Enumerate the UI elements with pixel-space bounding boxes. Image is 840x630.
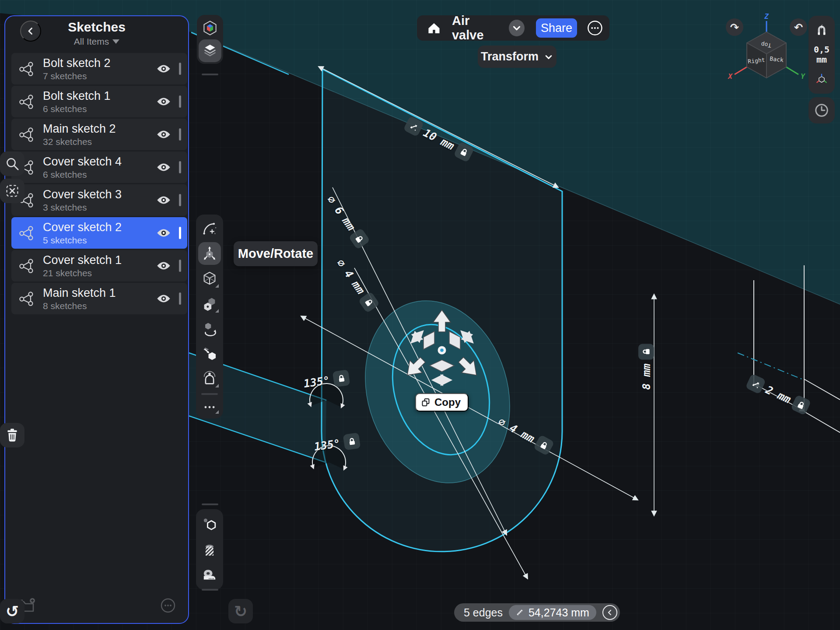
dimension-value[interactable]: 8 mm	[640, 363, 653, 390]
measurement-pill[interactable]: 54,2743 mm	[509, 605, 596, 620]
chevron-down-icon	[544, 52, 553, 62]
lock-icon[interactable]	[343, 433, 361, 451]
more-menu-icon[interactable]	[587, 19, 603, 37]
lock-icon[interactable]	[638, 344, 654, 359]
sketch-item-count: 5 sketches	[43, 235, 148, 246]
drag-handle[interactable]	[179, 128, 181, 141]
move-rotate-icon	[201, 245, 218, 262]
revolve-tool-button[interactable]	[198, 317, 221, 340]
move-rotate-tool-button[interactable]	[198, 242, 221, 265]
divider	[202, 589, 218, 591]
transform-dropdown[interactable]: Transform	[478, 46, 556, 68]
dimension-value[interactable]: 135°	[313, 437, 341, 453]
document-title[interactable]: Air valve	[452, 14, 502, 42]
visibility-eye-icon[interactable]	[156, 96, 171, 107]
sketch-item-label: Cover sketch 3	[43, 188, 148, 201]
collapse-status-button[interactable]	[602, 605, 617, 620]
divider	[202, 74, 218, 75]
visibility-eye-icon[interactable]	[156, 195, 171, 205]
visibility-eye-icon[interactable]	[156, 129, 171, 140]
sketch-item-label: Bolt sketch 1	[43, 89, 148, 103]
deselect-button[interactable]	[0, 179, 24, 203]
sketch-item-label: Cover sketch 2	[43, 221, 148, 234]
history-button[interactable]	[808, 97, 835, 123]
copy-button[interactable]: Copy	[415, 393, 469, 412]
wireframe-cube-icon	[201, 270, 218, 287]
sketch-list-item[interactable]: Main sketch 2 32 sketches	[11, 119, 187, 150]
sketch-item-count: 3 sketches	[43, 202, 148, 213]
measure-button[interactable]	[199, 564, 220, 586]
appearance-hexagon-icon	[201, 516, 218, 532]
visibility-eye-icon[interactable]	[156, 228, 171, 238]
document-toolbar: Air valve Share	[417, 15, 609, 41]
drag-handle[interactable]	[179, 194, 181, 206]
shapr3d-logo-icon	[202, 20, 218, 36]
app-menu-group	[197, 15, 223, 64]
drag-handle[interactable]	[179, 63, 181, 75]
app-window: 10 mm ⌀ 6 mm ⌀ 4 mm ⌀ 4 mm 8 mm 2 mm 135…	[0, 0, 840, 630]
share-label: Share	[541, 21, 572, 35]
view-cube[interactable]: ↷ ↶ Z X Y Top Right Back	[720, 12, 822, 89]
sketch-list-item[interactable]: Bolt sketch 1 6 sketches	[11, 86, 187, 117]
chevron-left-icon	[606, 608, 614, 617]
sketch-item-label: Bolt sketch 2	[43, 56, 148, 70]
more-tools-button[interactable]	[198, 398, 221, 416]
primitives-icon	[201, 295, 218, 312]
drag-handle[interactable]	[179, 292, 181, 305]
visibility-eye-icon[interactable]	[156, 63, 171, 74]
more-options-icon[interactable]	[159, 597, 177, 614]
dimension-label-8mm[interactable]: 8 mm	[638, 344, 654, 390]
panel-title: Sketches	[5, 20, 188, 35]
visibility-eye-icon[interactable]	[156, 260, 171, 271]
appearance-button[interactable]	[199, 513, 220, 535]
sketch-item-count: 21 sketches	[43, 268, 148, 278]
snap-increment[interactable]: 0,5 mm	[814, 45, 830, 65]
document-menu-button[interactable]	[509, 20, 525, 36]
layers-icon	[202, 42, 218, 59]
search-button[interactable]	[0, 151, 24, 176]
visibility-eye-icon[interactable]	[156, 162, 171, 172]
gizmo-center-dot	[440, 348, 444, 352]
magnet-snap-icon[interactable]	[815, 24, 828, 37]
delete-button[interactable]	[0, 423, 24, 447]
orientation-axes-icon[interactable]	[815, 73, 828, 86]
home-icon[interactable]	[427, 21, 441, 35]
shapr3d-logo-button[interactable]	[199, 17, 221, 39]
y-axis-label: Y	[801, 72, 805, 81]
shell-tool-button[interactable]	[198, 367, 221, 390]
chevron-down-icon	[112, 39, 119, 44]
lock-icon[interactable]	[332, 370, 350, 387]
sketch-item-count: 32 sketches	[43, 137, 148, 147]
section-hatch-icon	[201, 541, 218, 558]
sketch-list-item[interactable]: Cover sketch 1 21 sketches	[11, 250, 187, 282]
undo-button[interactable]: ↺	[0, 599, 24, 623]
sketch-tool-button[interactable]	[198, 217, 221, 240]
share-button[interactable]: Share	[536, 18, 577, 38]
drag-handle[interactable]	[179, 260, 181, 272]
dimension-value[interactable]: 135°	[303, 374, 331, 390]
drag-handle[interactable]	[179, 161, 181, 173]
primitives-tool-button[interactable]	[198, 292, 221, 315]
sketch-list-item[interactable]: Cover sketch 4 6 sketches	[11, 151, 187, 183]
redo-button[interactable]: ↻	[228, 599, 253, 623]
divider	[201, 393, 218, 395]
snap-settings: 0,5 mm	[808, 16, 835, 94]
visibility-eye-icon[interactable]	[156, 293, 171, 304]
align-tool-button[interactable]	[198, 342, 221, 365]
sketches-panel: Sketches All Items Bolt sketch 2 7 sketc…	[4, 15, 189, 624]
revolve-icon	[201, 320, 218, 337]
rotate-ccw-icon: ↶	[794, 21, 803, 34]
sketch-list-item[interactable]: Main sketch 1 8 sketches	[11, 283, 187, 314]
filter-label: All Items	[74, 36, 109, 47]
section-view-button[interactable]	[199, 538, 220, 560]
sketch-list-item-selected[interactable]: Cover sketch 2 5 sketches	[11, 217, 187, 249]
tools-group	[196, 215, 223, 419]
filter-dropdown[interactable]: All Items	[5, 36, 188, 47]
body-tool-button[interactable]	[198, 267, 221, 290]
layers-panel-button[interactable]	[199, 39, 221, 62]
drag-handle[interactable]	[179, 227, 181, 239]
sketch-list-item[interactable]: Cover sketch 3 3 sketches	[11, 184, 187, 216]
selection-status-bar: 5 edges 54,2743 mm	[454, 603, 620, 622]
sketch-list-item[interactable]: Bolt sketch 2 7 sketches	[11, 53, 187, 84]
drag-handle[interactable]	[179, 95, 181, 108]
